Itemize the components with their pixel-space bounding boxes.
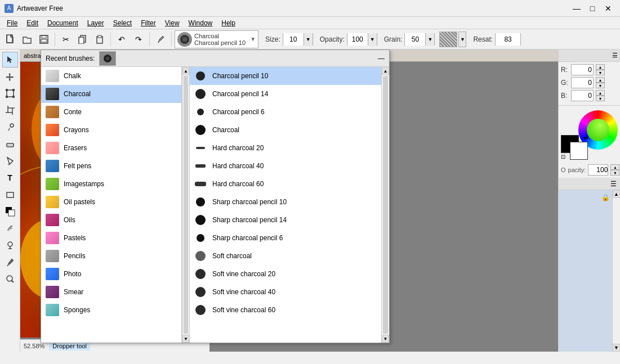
new-button[interactable]	[2, 32, 18, 47]
layers-scroll-up[interactable]: ▲	[613, 190, 620, 198]
recent-brush-icon[interactable]	[99, 51, 116, 66]
brush-scroll-up[interactable]: ▲	[382, 67, 389, 75]
brush-item-charcoal-pencil-14[interactable]: Charcoal pencil 14	[190, 85, 381, 103]
brush-item-charcoal-pencil-10[interactable]: Charcoal pencil 10	[190, 67, 381, 85]
redo-button[interactable]: ↷	[131, 32, 146, 47]
b-input[interactable]	[571, 90, 594, 101]
menu-document[interactable]: Document	[43, 17, 83, 29]
brush-item-soft-vine-40[interactable]: Soft vine charcoal 40	[190, 283, 381, 301]
menu-view[interactable]: View	[160, 17, 184, 29]
brush-scroll-down[interactable]: ▼	[382, 335, 389, 343]
save-button[interactable]	[36, 32, 52, 47]
brush-item-soft-vine-60[interactable]: Soft vine charcoal 60	[190, 301, 381, 319]
brush-label-charcoal-pencil-6: Charcoal pencil 6	[212, 108, 265, 116]
tool-clone[interactable]	[2, 237, 18, 253]
category-conte[interactable]: Conte	[41, 103, 181, 121]
r-down[interactable]: ▼	[596, 70, 605, 75]
texture-arrow[interactable]: ▼	[458, 32, 466, 47]
close-button[interactable]: ✕	[601, 2, 615, 15]
brush-selector[interactable]: Charcoal Charcoal pencil 10 ▼	[175, 30, 258, 48]
maximize-button[interactable]: □	[585, 2, 600, 15]
b-down[interactable]: ▼	[596, 96, 605, 101]
menu-file[interactable]: File	[2, 17, 22, 29]
g-input[interactable]	[571, 77, 594, 88]
opacity-arrow[interactable]: ▼	[368, 33, 377, 46]
menu-window[interactable]: Window	[184, 17, 217, 29]
undo-button[interactable]: ↶	[114, 32, 130, 47]
menu-select[interactable]: Select	[109, 17, 136, 29]
tool-eraser[interactable]	[2, 136, 18, 152]
brush-item-charcoal[interactable]: Charcoal	[190, 121, 381, 139]
eyedropper-button[interactable]	[153, 32, 168, 47]
category-chalk[interactable]: Chalk	[41, 67, 181, 85]
category-smear[interactable]: Smear	[41, 283, 181, 301]
category-oils[interactable]: Oils	[41, 211, 181, 229]
tool-select[interactable]	[2, 52, 18, 68]
b-up[interactable]: ▲	[596, 90, 605, 96]
g-up[interactable]: ▲	[596, 77, 605, 83]
scroll-up-arrow[interactable]: ▲	[182, 67, 189, 75]
swap-icon[interactable]: ⇄	[583, 135, 588, 141]
brush-item-soft-vine-20[interactable]: Soft vine charcoal 20	[190, 265, 381, 283]
size-input[interactable]	[283, 33, 304, 46]
brush-item-hard-charcoal-20[interactable]: Hard charcoal 20	[190, 139, 381, 157]
panel-menu-icon[interactable]: ☰	[612, 52, 618, 59]
category-sponges[interactable]: Sponges	[41, 301, 181, 319]
resat-input[interactable]	[496, 33, 520, 46]
tool-smudge[interactable]	[2, 221, 18, 236]
menu-edit[interactable]: Edit	[22, 17, 43, 29]
opacity-up[interactable]: ▲	[610, 164, 619, 170]
tool-eyedropper[interactable]	[2, 254, 18, 270]
menu-filter[interactable]: Filter	[136, 17, 160, 29]
opacity-down[interactable]: ▼	[610, 170, 619, 176]
tool-transform[interactable]	[2, 86, 18, 101]
category-pastels[interactable]: Pastels	[41, 229, 181, 247]
category-imagestamps[interactable]: Imagestamps	[41, 175, 181, 193]
menu-help[interactable]: Help	[217, 17, 240, 29]
copy-button[interactable]	[75, 32, 91, 47]
g-down[interactable]: ▼	[596, 83, 605, 88]
brush-popup-minimize-icon[interactable]: —	[378, 55, 385, 62]
category-erasers[interactable]: Erasers	[41, 139, 181, 157]
texture-preview[interactable]	[439, 32, 457, 47]
brush-item-charcoal-pencil-6[interactable]: Charcoal pencil 6	[190, 103, 381, 121]
category-felt-pens[interactable]: Felt pens	[41, 157, 181, 175]
category-oil-pastels[interactable]: Oil pastels	[41, 193, 181, 211]
tool-zoom[interactable]	[2, 271, 18, 287]
tool-shape[interactable]	[2, 187, 18, 203]
tool-move[interactable]	[2, 69, 18, 84]
brush-item-sharp-pencil-14[interactable]: Sharp charcoal pencil 14	[190, 211, 381, 229]
category-charcoal[interactable]: Charcoal	[41, 85, 181, 103]
size-arrow[interactable]: ▼	[304, 33, 313, 46]
brush-item-hard-charcoal-40[interactable]: Hard charcoal 40	[190, 157, 381, 175]
tool-crop[interactable]	[2, 102, 18, 118]
grain-arrow[interactable]: ▼	[425, 33, 434, 46]
brush-item-soft-charcoal[interactable]: Soft charcoal	[190, 247, 381, 265]
tool-brush[interactable]	[2, 119, 18, 135]
tool-text[interactable]: T	[2, 170, 18, 186]
layers-menu-icon[interactable]: ☰	[610, 180, 617, 188]
brush-item-sharp-pencil-10[interactable]: Sharp charcoal pencil 10	[190, 193, 381, 211]
opacity-panel-input[interactable]	[588, 164, 608, 176]
r-input[interactable]	[571, 64, 594, 75]
tool-fill[interactable]	[2, 153, 18, 169]
opacity-input[interactable]	[347, 33, 368, 46]
paste-button[interactable]	[92, 32, 108, 47]
menu-layer[interactable]: Layer	[83, 17, 109, 29]
tool-fg-bg[interactable]	[2, 204, 18, 219]
bg-color-box[interactable]	[570, 142, 588, 160]
grain-input[interactable]	[405, 33, 425, 46]
r-up[interactable]: ▲	[596, 64, 605, 70]
category-crayons[interactable]: Crayons	[41, 121, 181, 139]
reset-color-icon[interactable]: ⊡	[561, 154, 565, 160]
smear-icon	[46, 286, 59, 298]
brush-item-sharp-pencil-6[interactable]: Sharp charcoal pencil 6	[190, 229, 381, 247]
layers-scroll-down[interactable]: ▼	[613, 344, 620, 352]
scroll-down-arrow[interactable]: ▼	[182, 335, 189, 343]
category-photo[interactable]: Photo	[41, 265, 181, 283]
minimize-button[interactable]: —	[569, 2, 584, 15]
cut-button[interactable]: ✂	[58, 32, 74, 47]
open-button[interactable]	[19, 32, 35, 47]
brush-item-hard-charcoal-60[interactable]: Hard charcoal 60	[190, 175, 381, 193]
category-pencils[interactable]: Pencils	[41, 247, 181, 265]
